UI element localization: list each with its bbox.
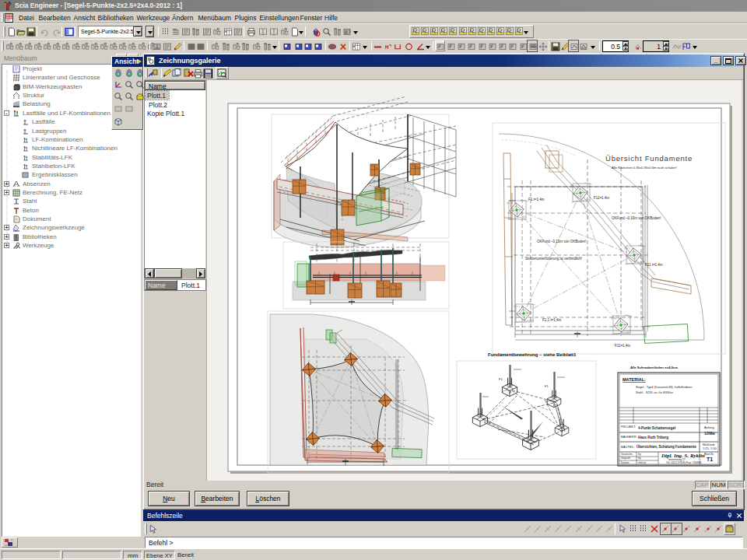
svg-text:Gezeichn.: Gezeichn. bbox=[621, 453, 633, 456]
svg-text:Stahl - S235 vz, für E330er: Stahl - S235 vz, für E330er bbox=[636, 390, 674, 394]
svg-text:Übersichten, Schalung Fundamen: Übersichten, Schalung Fundamente bbox=[637, 444, 696, 449]
svg-text:BAUTEIL:: BAUTEIL: bbox=[621, 445, 635, 449]
svg-text:4-Punkt Schattensegel: 4-Punkt Schattensegel bbox=[638, 426, 675, 430]
svg-text:F11=1,4m: F11=1,4m bbox=[615, 344, 630, 348]
svg-text:hy: hy bbox=[638, 457, 641, 460]
svg-text:1:25, 1:50: 1:25, 1:50 bbox=[703, 446, 717, 450]
svg-text:F11 t=1,4m: F11 t=1,4m bbox=[645, 263, 663, 267]
svg-text:hy: hy bbox=[638, 453, 641, 456]
svg-text:Stützenunterfütterung ist verb: Stützenunterfütterung ist verbindlich! bbox=[525, 257, 582, 261]
svg-text:12/Mai: 12/Mai bbox=[704, 432, 715, 436]
svg-text:BAUHERR:: BAUHERR: bbox=[621, 435, 637, 439]
svg-text:Fundamentbewehrung – siehe Bei: Fundamentbewehrung – siehe Beiblatt1 bbox=[488, 352, 577, 357]
svg-text:F1 t=1,4m: F1 t=1,4m bbox=[528, 198, 545, 201]
svg-text:F1: F1 bbox=[545, 384, 549, 388]
svg-text:Blatt-Nr.: Blatt-Nr. bbox=[704, 453, 714, 456]
svg-text:Datum: Datum bbox=[621, 461, 629, 464]
svg-text:OKFund –0,10m von OKBoden!: OKFund –0,10m von OKBoden! bbox=[612, 216, 661, 220]
svg-text:F1.1 t=1,4m: F1.1 t=1,4m bbox=[542, 318, 561, 322]
svg-text:F1: F1 bbox=[499, 377, 503, 381]
svg-text:MATERIAL:: MATERIAL: bbox=[622, 377, 646, 382]
svg-text:Tel. 0221-97635 Fax: 730916: Tel. 0221-97635 Fax: 730916 bbox=[666, 461, 702, 464]
svg-text:Alle Schraubenlöcher e=4,0cm: Alle Schraubenlöcher e=4,0cm bbox=[630, 366, 678, 369]
svg-text:Geprüft: Geprüft bbox=[621, 457, 630, 460]
svg-text:Haus Ruth Triberg: Haus Ruth Triberg bbox=[638, 436, 668, 439]
svg-text:Anfang: Anfang bbox=[704, 425, 714, 429]
svg-text:F11=1,4m: F11=1,4m bbox=[594, 196, 609, 200]
svg-text:Übersicht Fundamente: Übersicht Fundamente bbox=[605, 154, 693, 163]
svg-text:OKFund –0,10m von OKBoden!: OKFund –0,10m von OKBoden! bbox=[537, 240, 587, 243]
svg-text:Segel - Typ4 (Duraseal 48),: Segel - Typ4 (Duraseal 48), hellelfenbei… bbox=[636, 385, 692, 389]
svg-text:T1: T1 bbox=[707, 457, 713, 462]
svg-text:vfsList: vfsList bbox=[638, 461, 646, 464]
svg-text:Alle Klötzchen 0.35x0.35x0.6m: Alle Klötzchen 0.35x0.35x0.6m rauh schal… bbox=[612, 166, 677, 170]
svg-text:PROJEKT:: PROJEKT: bbox=[621, 425, 636, 429]
